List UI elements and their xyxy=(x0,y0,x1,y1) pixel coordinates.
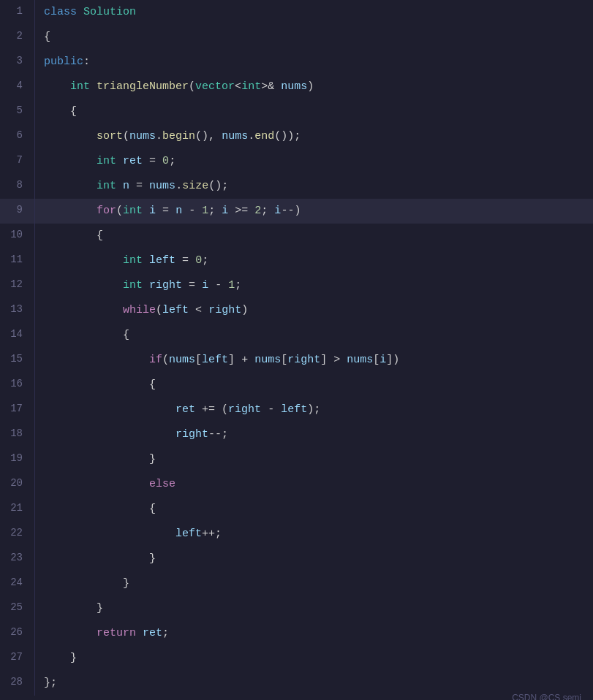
code-content-1: class Solution xyxy=(35,0,593,25)
code-line-10: 10 { xyxy=(0,224,593,248)
code-content-19: } xyxy=(35,447,593,472)
code-content-24: } xyxy=(35,571,593,596)
code-content-28: }; xyxy=(35,671,593,696)
code-line-12: 12 int right = i - 1; xyxy=(0,273,593,298)
code-content-26: return ret; xyxy=(35,621,593,646)
line-number-12: 12 xyxy=(0,273,35,298)
code-line-15: 15 if(nums[left] + nums[right] > nums[i]… xyxy=(0,348,593,373)
code-content-23: } xyxy=(35,547,593,571)
code-container: 1 class Solution 2 { 3 public: 4 int tri… xyxy=(0,0,593,700)
code-content-3: public: xyxy=(35,50,593,75)
code-content-12: int right = i - 1; xyxy=(35,273,593,298)
line-number-13: 13 xyxy=(0,298,35,323)
code-line-25: 25 } xyxy=(0,596,593,621)
code-content-9: for(int i = n - 1; i >= 2; i--) xyxy=(35,199,593,224)
code-line-7: 7 int ret = 0; xyxy=(0,149,593,174)
code-line-17: 17 ret += (right - left); xyxy=(0,397,593,422)
code-line-6: 6 sort(nums.begin(), nums.end()); xyxy=(0,124,593,149)
line-number-18: 18 xyxy=(0,422,35,447)
code-content-17: ret += (right - left); xyxy=(35,397,593,422)
code-line-26: 26 return ret; xyxy=(0,621,593,646)
code-line-16: 16 { xyxy=(0,373,593,397)
code-content-4: int triangleNumber(vector<int>& nums) xyxy=(35,75,593,99)
line-number-9: 9 xyxy=(0,199,35,224)
code-line-3: 3 public: xyxy=(0,50,593,75)
line-number-2: 2 xyxy=(0,25,35,50)
code-line-19: 19 } xyxy=(0,447,593,472)
watermark: CSDN @CS semi xyxy=(512,693,581,700)
line-number-14: 14 xyxy=(0,323,35,348)
line-number-17: 17 xyxy=(0,397,35,422)
code-line-22: 22 left++; xyxy=(0,522,593,547)
code-line-28: 28 }; xyxy=(0,671,593,696)
code-line-4: 4 int triangleNumber(vector<int>& nums) xyxy=(0,75,593,99)
line-number-10: 10 xyxy=(0,224,35,248)
code-content-5: { xyxy=(35,99,593,124)
code-line-27: 27 } xyxy=(0,646,593,671)
code-line-2: 2 { xyxy=(0,25,593,50)
code-line-21: 21 { xyxy=(0,497,593,522)
code-content-8: int n = nums.size(); xyxy=(35,174,593,199)
code-line-13: 13 while(left < right) xyxy=(0,298,593,323)
line-number-1: 1 xyxy=(0,0,35,25)
code-line-14: 14 { xyxy=(0,323,593,348)
code-content-27: } xyxy=(35,646,593,671)
code-content-7: int ret = 0; xyxy=(35,149,593,174)
line-number-23: 23 xyxy=(0,547,35,571)
code-content-21: { xyxy=(35,497,593,522)
code-line-18: 18 right--; xyxy=(0,422,593,447)
line-number-4: 4 xyxy=(0,75,35,99)
code-line-11: 11 int left = 0; xyxy=(0,248,593,273)
code-line-5: 5 { xyxy=(0,99,593,124)
code-content-25: } xyxy=(35,596,593,621)
line-number-3: 3 xyxy=(0,50,35,75)
code-content-18: right--; xyxy=(35,422,593,447)
line-number-6: 6 xyxy=(0,124,35,149)
code-content-10: { xyxy=(35,224,593,248)
line-number-20: 20 xyxy=(0,472,35,497)
code-line-8: 8 int n = nums.size(); xyxy=(0,174,593,199)
code-content-16: { xyxy=(35,373,593,397)
line-number-15: 15 xyxy=(0,348,35,373)
code-line-20: 20 else xyxy=(0,472,593,497)
line-number-25: 25 xyxy=(0,596,35,621)
code-line-1: 1 class Solution xyxy=(0,0,593,25)
line-number-28: 28 xyxy=(0,671,35,696)
code-line-9: 9 for(int i = n - 1; i >= 2; i--) xyxy=(0,199,593,224)
code-line-24: 24 } xyxy=(0,571,593,596)
line-number-27: 27 xyxy=(0,646,35,671)
line-number-21: 21 xyxy=(0,497,35,522)
code-content-14: { xyxy=(35,323,593,348)
code-content-22: left++; xyxy=(35,522,593,547)
line-number-8: 8 xyxy=(0,174,35,199)
line-number-16: 16 xyxy=(0,373,35,397)
code-content-6: sort(nums.begin(), nums.end()); xyxy=(35,124,593,149)
code-content-13: while(left < right) xyxy=(35,298,593,323)
code-content-11: int left = 0; xyxy=(35,248,593,273)
line-number-19: 19 xyxy=(0,447,35,472)
line-number-22: 22 xyxy=(0,522,35,547)
line-number-5: 5 xyxy=(0,99,35,124)
line-number-7: 7 xyxy=(0,149,35,174)
code-content-2: { xyxy=(35,25,593,50)
code-content-20: else xyxy=(35,472,593,497)
line-number-26: 26 xyxy=(0,621,35,646)
code-line-23: 23 } xyxy=(0,547,593,571)
line-number-24: 24 xyxy=(0,571,35,596)
code-content-15: if(nums[left] + nums[right] > nums[i]) xyxy=(35,348,593,373)
line-number-11: 11 xyxy=(0,248,35,273)
